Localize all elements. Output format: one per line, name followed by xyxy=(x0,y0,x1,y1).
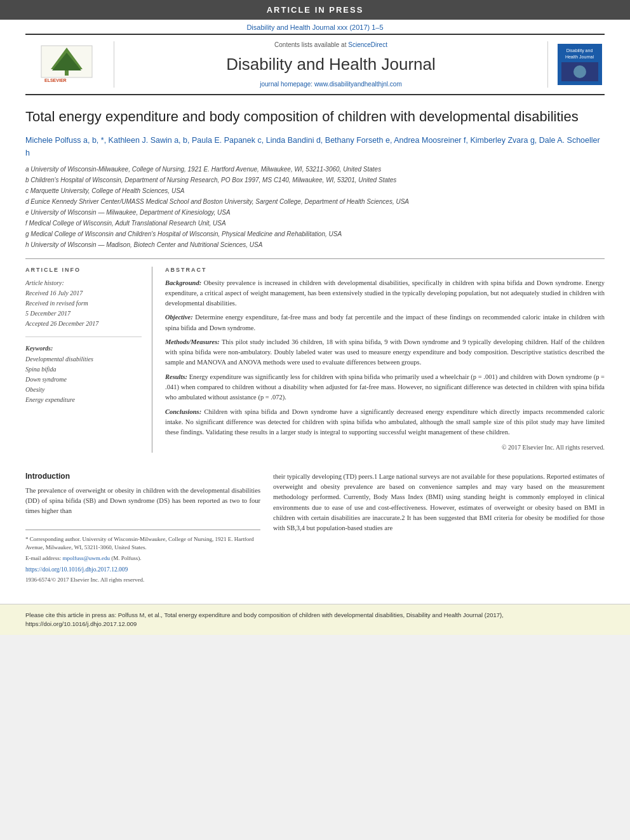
affil-f: f Medical College of Wisconsin, Adult Tr… xyxy=(25,218,605,228)
journal-homepage: journal homepage: www.disabilityandhealt… xyxy=(127,81,535,88)
journal-title-area: Contents lists available at ScienceDirec… xyxy=(114,41,547,88)
elsevier-tree-icon: ELSEVIER xyxy=(38,43,95,87)
affil-c: c Marquette University, College of Healt… xyxy=(25,186,605,196)
received-date: Received 16 July 2017 xyxy=(25,288,142,298)
abstract-text: Background: Obesity prevalence is increa… xyxy=(165,278,605,453)
affil-a: a University of Wisconsin-Milwaukee, Col… xyxy=(25,164,605,174)
contents-available: Contents lists available at ScienceDirec… xyxy=(127,41,535,48)
revised-label: Received in revised form xyxy=(25,298,142,309)
authors-line: Michele Polfuss a, b, *, Kathleen J. Saw… xyxy=(25,134,605,159)
affil-h: h University of Wisconsin — Madison, Bio… xyxy=(25,240,605,250)
keyword-4: Obesity xyxy=(25,385,142,395)
methods-text: This pilot study included 36 children, 1… xyxy=(165,338,605,366)
footnote-area: * Corresponding author. University of Wi… xyxy=(25,530,260,585)
history-label: Article history: xyxy=(25,278,142,288)
introduction-section: Introduction The prevalence of overweigh… xyxy=(25,472,605,585)
introduction-right: their typically developing (TD) peers.1 … xyxy=(273,472,605,585)
conclusions-label: Conclusions: xyxy=(165,408,201,415)
background-text: Obesity prevalence is increased in child… xyxy=(165,279,605,307)
keyword-5: Energy expenditure xyxy=(25,395,142,405)
journal-reference-line: Disability and Health Journal xxx (2017)… xyxy=(0,20,630,34)
revised-date: 5 December 2017 xyxy=(25,309,142,319)
article-info-column: ARTICLE INFO Article history: Received 1… xyxy=(25,267,152,453)
results-label: Results: xyxy=(165,373,187,380)
introduction-left-text: The prevalence of overweight or obesity … xyxy=(25,486,260,517)
methods-label: Methods/Measures: xyxy=(165,338,220,345)
sciencedirect-link[interactable]: ScienceDirect xyxy=(348,41,387,48)
journal-logo-box: Disability andHealth Journal xyxy=(558,44,602,84)
abstract-conclusions: Conclusions: Children with spina bifida … xyxy=(165,407,605,438)
article-body: Total energy expenditure and body compos… xyxy=(0,108,630,585)
article-in-press-banner: ARTICLE IN PRESS xyxy=(0,0,630,20)
article-title: Total energy expenditure and body compos… xyxy=(25,108,605,126)
corresponding-note: * Corresponding author. University of Wi… xyxy=(25,535,260,552)
introduction-title: Introduction xyxy=(25,472,260,481)
abstract-objective: Objective: Determine energy expenditure,… xyxy=(165,312,605,333)
affiliations: a University of Wisconsin-Milwaukee, Col… xyxy=(25,164,605,250)
section-divider xyxy=(25,258,605,259)
abstract-column: ABSTRACT Background: Obesity prevalence … xyxy=(165,267,605,453)
keyword-1: Developmental disabilities xyxy=(25,354,142,364)
article-info-header: ARTICLE INFO xyxy=(25,267,142,273)
journal-main-title: Disability and Health Journal xyxy=(127,55,535,74)
keywords-label: Keywords: xyxy=(25,345,142,352)
abstract-background: Background: Obesity prevalence is increa… xyxy=(165,278,605,309)
svg-text:ELSEVIER: ELSEVIER xyxy=(44,78,67,83)
intro-left-paragraph: The prevalence of overweight or obesity … xyxy=(25,486,260,517)
elsevier-logo-area: ELSEVIER xyxy=(25,41,114,88)
article-history-block: Article history: Received 16 July 2017 R… xyxy=(25,278,142,337)
homepage-url[interactable]: www.disabilityandhealthjnl.com xyxy=(314,81,402,88)
introduction-columns: Introduction The prevalence of overweigh… xyxy=(25,472,605,585)
abstract-methods: Methods/Measures: This pilot study inclu… xyxy=(165,337,605,368)
background-label: Background: xyxy=(165,279,201,286)
affil-b: b Children's Hospital of Wisconsin, Depa… xyxy=(25,175,605,185)
introduction-right-text: their typically developing (TD) peers.1 … xyxy=(273,472,605,534)
intro-right-paragraph: their typically developing (TD) peers.1 … xyxy=(273,472,605,534)
email-note: E-mail address: mpolfuss@uwm.edu (M. Pol… xyxy=(25,554,260,563)
keywords-block: Keywords: Developmental disabilities Spi… xyxy=(25,345,142,405)
email-link[interactable]: mpolfuss@uwm.edu xyxy=(62,555,110,561)
citation-bar: Please cite this article in press as: Po… xyxy=(0,604,630,636)
abstract-results: Results: Energy expenditure was signific… xyxy=(165,372,605,403)
affil-e: e University of Wisconsin — Milwaukee, D… xyxy=(25,208,605,217)
objective-label: Objective: xyxy=(165,314,193,321)
keyword-3: Down syndrome xyxy=(25,375,142,385)
journal-logo-area: Disability andHealth Journal xyxy=(547,41,605,88)
journal-header: ELSEVIER Contents lists available at Sci… xyxy=(25,34,605,95)
affil-g: g Medical College of Wisconsin and Child… xyxy=(25,229,605,239)
keyword-2: Spina bifida xyxy=(25,364,142,375)
info-abstract-section: ARTICLE INFO Article history: Received 1… xyxy=(25,267,605,453)
conclusions-text: Children with spina bifida and Down synd… xyxy=(165,408,605,436)
objective-text: Determine energy expenditure, fat-free m… xyxy=(165,314,605,331)
email-suffix: (M. Polfuss). xyxy=(111,555,141,561)
results-text: Energy expenditure was significantly les… xyxy=(165,373,605,401)
issn-copyright: 1936-6574/© 2017 Elsevier Inc. All right… xyxy=(25,576,260,585)
doi-link[interactable]: https://doi.org/10.1016/j.dhjo.2017.12.0… xyxy=(25,565,260,574)
abstract-copyright: © 2017 Elsevier Inc. All rights reserved… xyxy=(165,443,605,453)
introduction-left: Introduction The prevalence of overweigh… xyxy=(25,472,260,585)
affil-d: d Eunice Kennedy Shriver Center/UMASS Me… xyxy=(25,197,605,206)
abstract-header: ABSTRACT xyxy=(165,267,605,273)
accepted-date: Accepted 26 December 2017 xyxy=(25,319,142,329)
